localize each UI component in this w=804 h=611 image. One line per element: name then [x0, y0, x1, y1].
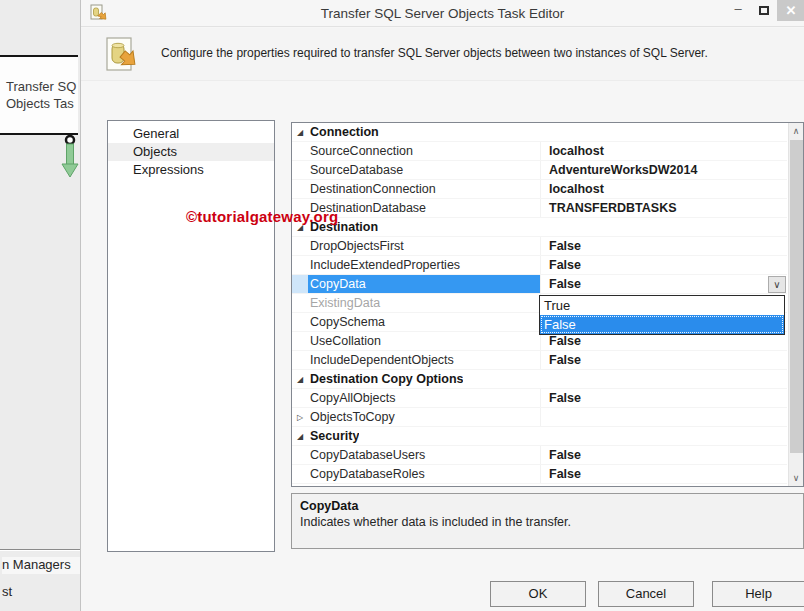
property-name: DestinationConnection — [308, 180, 540, 198]
property-value[interactable]: False — [540, 446, 787, 464]
property-name: Destination Copy Options — [308, 370, 463, 388]
row-gutter — [292, 275, 308, 293]
connection-manager-item[interactable]: st — [2, 584, 12, 599]
property-value[interactable]: False — [540, 389, 787, 407]
collapse-icon[interactable]: ◢ — [292, 427, 308, 445]
maximize-button[interactable] — [752, 0, 776, 21]
pane-divider — [0, 549, 80, 551]
task-label-line2: Objects Tas — [6, 95, 78, 112]
transfer-task-shape[interactable]: Transfer SQ Objects Tas — [0, 55, 78, 135]
maximize-icon — [759, 6, 769, 15]
property-row[interactable]: IncludeDependentObjectsFalse — [292, 351, 787, 370]
title-bar[interactable]: Transfer SQL Server Objects Task Editor … — [81, 0, 804, 27]
property-name: SourceDatabase — [308, 161, 540, 179]
property-name: ObjectsToCopy — [308, 408, 540, 426]
property-value[interactable]: AdventureWorksDW2014 — [540, 161, 787, 179]
property-name: IncludeDependentObjects — [308, 351, 540, 369]
property-name: UseCollation — [308, 332, 540, 350]
close-icon: ✕ — [786, 3, 797, 18]
collapse-icon[interactable]: ◢ — [292, 123, 308, 141]
row-gutter — [292, 351, 308, 369]
cancel-button[interactable]: Cancel — [598, 581, 694, 607]
row-gutter — [292, 389, 308, 407]
dialog-description: Configure the properties required to tra… — [161, 46, 788, 60]
property-description-panel: CopyData Indicates whether data is inclu… — [291, 493, 804, 549]
property-row[interactable]: ▷ObjectsToCopy — [292, 408, 787, 427]
row-gutter — [292, 446, 308, 464]
row-gutter — [292, 465, 308, 483]
property-value[interactable] — [540, 408, 787, 426]
category-row[interactable]: ◢Destination Copy Options — [292, 370, 787, 389]
dropdown-option-true[interactable]: True — [540, 296, 784, 315]
row-gutter — [292, 237, 308, 255]
property-value[interactable]: localhost — [540, 180, 787, 198]
scroll-down-icon[interactable]: ∨ — [789, 470, 803, 486]
row-gutter — [292, 180, 308, 198]
transfer-sql-objects-task-editor-dialog: Transfer SQL Server Objects Task Editor … — [80, 0, 804, 611]
connection-managers-label: n Managers — [2, 557, 80, 574]
ok-button[interactable]: OK — [490, 581, 586, 607]
property-row[interactable]: IncludeExtendedPropertiesFalse — [292, 256, 787, 275]
row-gutter — [292, 256, 308, 274]
property-value[interactable]: TRANSFERDBTASKS — [540, 199, 787, 217]
property-row[interactable]: CopyAllObjectsFalse — [292, 389, 787, 408]
property-name: ExistingData — [308, 294, 540, 312]
nav-item-expressions[interactable]: Expressions — [108, 161, 274, 179]
header-band: Configure the properties required to tra… — [81, 28, 804, 81]
row-gutter — [292, 332, 308, 350]
property-name: CopyAllObjects — [308, 389, 540, 407]
task-label-line1: Transfer SQ — [6, 78, 78, 95]
property-row[interactable]: SourceDatabaseAdventureWorksDW2014 — [292, 161, 787, 180]
watermark-text: ©tutorialgateway.org — [186, 208, 338, 225]
property-name: IncludeExtendedProperties — [308, 256, 540, 274]
designer-background: Transfer SQ Objects Tas n Managers st — [0, 0, 80, 611]
pages-list: GeneralObjectsExpressions — [107, 120, 275, 552]
collapse-icon[interactable]: ◢ — [292, 370, 308, 388]
minimize-icon: – — [734, 1, 741, 16]
row-gutter — [292, 161, 308, 179]
nav-item-general[interactable]: General — [108, 125, 274, 143]
scrollbar[interactable]: ∧ ∨ — [788, 123, 803, 486]
property-name: Connection — [308, 123, 379, 141]
property-row[interactable]: DestinationConnectionlocalhost — [292, 180, 787, 199]
copydata-dropdown-popup: TrueFalse — [539, 295, 785, 335]
category-row[interactable]: ◢Destination — [292, 218, 787, 237]
property-row[interactable]: CopyDatabaseRolesFalse — [292, 465, 787, 484]
transfer-task-icon-large — [103, 36, 141, 78]
property-name: CopyData — [308, 275, 540, 293]
property-name: SourceConnection — [308, 142, 540, 160]
property-value[interactable]: False — [540, 465, 787, 483]
scrollbar-thumb[interactable] — [790, 140, 803, 453]
dialog-title: Transfer SQL Server Objects Task Editor — [81, 0, 804, 27]
property-value[interactable]: False — [540, 256, 787, 274]
property-name: DropObjectsFirst — [308, 237, 540, 255]
precedence-arrow-icon[interactable] — [61, 135, 79, 179]
help-button[interactable]: Help — [712, 581, 804, 607]
scroll-up-icon[interactable]: ∧ — [789, 123, 803, 139]
property-value[interactable]: localhost — [540, 142, 787, 160]
property-name: CopyDatabaseUsers — [308, 446, 540, 464]
nav-item-objects[interactable]: Objects — [108, 143, 274, 161]
property-row[interactable]: DropObjectsFirstFalse — [292, 237, 787, 256]
dropdown-option-false[interactable]: False — [540, 315, 784, 334]
category-row[interactable]: ◢Connection — [292, 123, 787, 142]
copydata-dropdown-button[interactable]: ∨ — [768, 276, 786, 293]
chevron-down-icon: ∨ — [773, 279, 780, 290]
category-row[interactable]: ◢Security — [292, 427, 787, 446]
property-row[interactable]: DestinationDatabaseTRANSFERDBTASKS — [292, 199, 787, 218]
property-value[interactable]: False — [540, 237, 787, 255]
row-gutter — [292, 313, 308, 331]
property-row[interactable]: SourceConnectionlocalhost — [292, 142, 787, 161]
expand-icon[interactable]: ▷ — [292, 408, 308, 426]
property-value[interactable]: False — [540, 351, 787, 369]
property-row[interactable]: CopyDatabaseUsersFalse — [292, 446, 787, 465]
property-name: CopySchema — [308, 313, 540, 331]
property-value[interactable]: False — [540, 275, 787, 293]
row-gutter — [292, 142, 308, 160]
row-gutter — [292, 294, 308, 312]
minimize-button[interactable]: – — [726, 0, 750, 21]
property-description-text: Indicates whether data is included in th… — [300, 515, 795, 529]
property-row[interactable]: CopyDataFalse — [292, 275, 787, 294]
property-name: CopyDatabaseRoles — [308, 465, 540, 483]
close-button[interactable]: ✕ — [777, 0, 804, 21]
